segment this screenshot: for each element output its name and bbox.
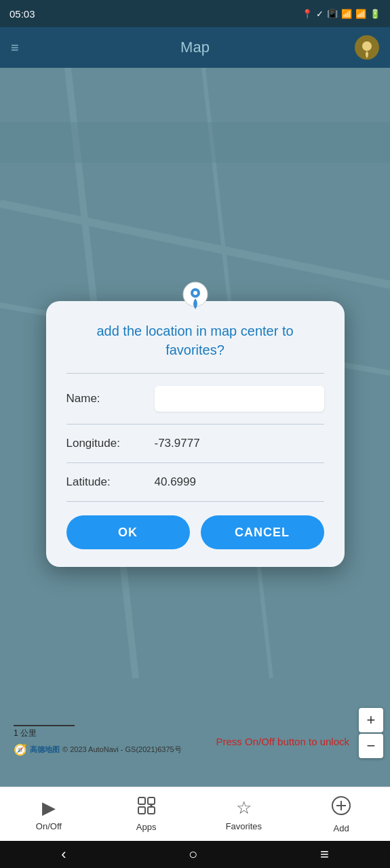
- ok-button[interactable]: OK: [66, 515, 190, 549]
- name-input[interactable]: [155, 386, 324, 412]
- longitude-value: -73.9777: [155, 437, 200, 450]
- dialog-buttons: OK CANCEL: [66, 515, 324, 549]
- name-row: Name:: [66, 379, 324, 418]
- longitude-row: Longitude: -73.9777: [66, 430, 324, 457]
- latitude-row: Latitude: 40.6999: [66, 469, 324, 496]
- latitude-label: Latitude:: [66, 475, 148, 489]
- cancel-button[interactable]: CANCEL: [201, 515, 324, 549]
- name-label: Name:: [66, 392, 148, 406]
- divider-2: [66, 424, 324, 425]
- divider-1: [66, 373, 324, 374]
- longitude-label: Longitude:: [66, 437, 148, 450]
- dialog-backdrop: add the location in map center to favori…: [0, 0, 390, 868]
- latitude-value: 40.6999: [155, 475, 196, 489]
- dialog-pin-icon: [180, 281, 210, 321]
- add-favorites-dialog: add the location in map center to favori…: [46, 301, 345, 567]
- divider-4: [66, 501, 324, 502]
- divider-3: [66, 462, 324, 463]
- dialog-title: add the location in map center to favori…: [66, 321, 324, 359]
- svg-point-11: [193, 291, 197, 295]
